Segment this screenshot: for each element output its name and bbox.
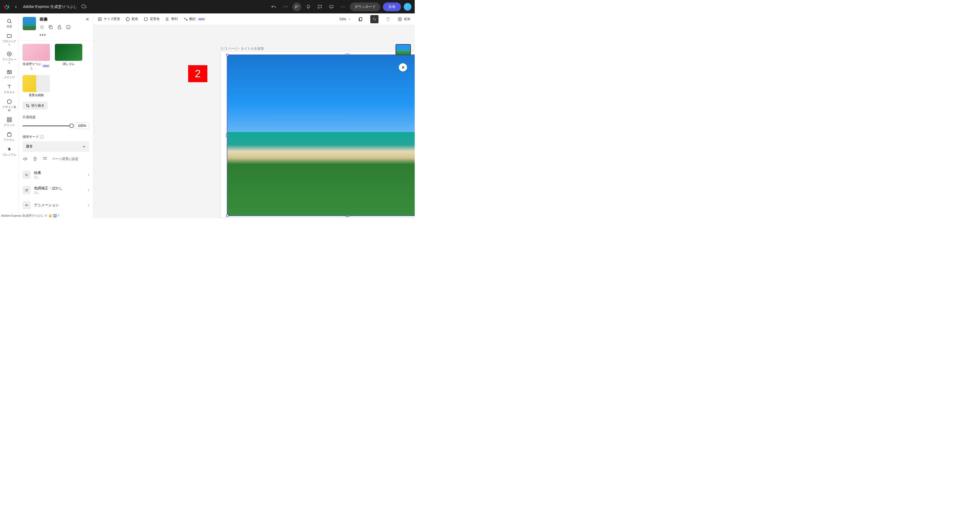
svg-point-20 bbox=[26, 204, 27, 206]
flip-vertical-icon[interactable] bbox=[32, 156, 38, 162]
resize-button[interactable]: サイズ変更 bbox=[98, 17, 120, 21]
share-button[interactable]: 共有 bbox=[383, 2, 401, 11]
svg-rect-25 bbox=[145, 17, 148, 21]
effects-icon: fx bbox=[22, 171, 31, 179]
rail-media[interactable]: メディア bbox=[0, 67, 18, 81]
svg-rect-11 bbox=[7, 133, 11, 136]
pages-icon[interactable] bbox=[356, 15, 365, 23]
svg-point-0 bbox=[295, 5, 297, 7]
back-button[interactable] bbox=[13, 3, 19, 10]
sliders-icon bbox=[22, 186, 31, 194]
page-thumbnail[interactable] bbox=[396, 44, 411, 55]
svg-rect-13 bbox=[58, 27, 61, 29]
lightbulb-icon[interactable] bbox=[304, 2, 313, 11]
rail-grid[interactable]: グリッド bbox=[0, 115, 18, 129]
crop-button[interactable]: 切り抜き bbox=[22, 101, 48, 109]
add-button[interactable]: 追加 bbox=[398, 17, 410, 21]
opacity-label: 不透明度 bbox=[22, 115, 89, 120]
present-icon[interactable] bbox=[327, 2, 336, 11]
translate-button[interactable]: 翻訳NEW bbox=[183, 17, 205, 21]
delete-icon[interactable] bbox=[384, 15, 392, 23]
align-button[interactable]: 整列 bbox=[165, 17, 178, 21]
tool-remove-background[interactable]: 背景を削除 bbox=[22, 75, 50, 97]
animation-icon bbox=[22, 201, 31, 209]
cloud-icon bbox=[81, 4, 86, 10]
invite-icon[interactable] bbox=[293, 2, 301, 11]
flip-horizontal-icon[interactable] bbox=[22, 156, 28, 162]
svg-rect-7 bbox=[7, 118, 9, 119]
svg-rect-8 bbox=[10, 118, 11, 119]
svg-point-6 bbox=[8, 71, 9, 72]
ai-icon[interactable] bbox=[370, 15, 379, 23]
page-info[interactable]: 1 / 1 ページ - タイトルを追加 bbox=[221, 46, 264, 51]
svg-rect-12 bbox=[50, 26, 52, 29]
tool-generative-fill[interactable]: 生成塗りつぶしNEW bbox=[22, 44, 50, 70]
canvas-page[interactable] bbox=[221, 52, 415, 217]
info-icon[interactable] bbox=[66, 25, 71, 30]
opacity-slider[interactable] bbox=[22, 125, 72, 126]
animation-row[interactable]: アニメーション › bbox=[22, 198, 89, 212]
zoom-level[interactable]: 53% bbox=[340, 17, 351, 21]
svg-point-18 bbox=[27, 189, 28, 190]
status-bar-url: Adobe Express 生成塗りつぶし ☆ 👍 🔤 bbox=[0, 213, 58, 218]
tool-eraser[interactable]: 消しゴム bbox=[55, 44, 82, 70]
rail-text[interactable]: テキスト bbox=[0, 82, 18, 96]
selected-image[interactable] bbox=[227, 54, 415, 216]
annotation-marker: 2 bbox=[188, 65, 207, 82]
chevron-right-icon: › bbox=[88, 203, 89, 208]
svg-point-3 bbox=[7, 52, 11, 56]
selected-image-thumb bbox=[22, 17, 36, 30]
svg-rect-9 bbox=[7, 120, 9, 122]
resize-handle-bl[interactable] bbox=[226, 214, 229, 217]
opacity-value[interactable]: 100% bbox=[75, 122, 89, 129]
resize-edge-left[interactable] bbox=[226, 133, 228, 137]
rail-addon[interactable]: アドオン bbox=[0, 130, 18, 144]
sparkle-icon[interactable] bbox=[40, 25, 45, 30]
set-page-background[interactable]: ページ背景に設定 bbox=[52, 157, 78, 162]
svg-point-15 bbox=[43, 157, 44, 158]
chevron-right-icon: › bbox=[88, 172, 89, 177]
resize-handle-tl[interactable] bbox=[226, 54, 229, 56]
svg-rect-10 bbox=[10, 120, 11, 122]
download-button[interactable]: ダウンロード bbox=[350, 2, 380, 11]
recolor-button[interactable]: 配色 bbox=[126, 17, 138, 21]
svg-point-4 bbox=[8, 54, 10, 55]
svg-point-2 bbox=[7, 19, 11, 22]
svg-point-16 bbox=[45, 157, 46, 158]
resize-edge-top[interactable] bbox=[345, 54, 350, 55]
more-options-icon[interactable]: ••• bbox=[40, 32, 46, 38]
rail-design[interactable]: デザイン素材 bbox=[0, 97, 18, 114]
more-icon[interactable]: ⋯ bbox=[339, 2, 347, 11]
adjustments-row[interactable]: 色調補正・ぼかしなし › bbox=[22, 182, 89, 198]
blend-mode-label: 描画モードi bbox=[22, 135, 89, 139]
undo-button[interactable] bbox=[269, 2, 278, 11]
rail-projects[interactable]: プロジェクト bbox=[0, 31, 18, 49]
rail-search[interactable]: 検索 bbox=[0, 16, 18, 30]
svg-point-19 bbox=[26, 190, 27, 191]
pattern-icon[interactable] bbox=[42, 156, 48, 162]
panel-title: 画像 bbox=[40, 17, 48, 22]
adobe-logo bbox=[3, 3, 10, 10]
collapse-thumbnails-button[interactable]: ✕ bbox=[399, 63, 407, 71]
rail-templates[interactable]: テンプレート bbox=[0, 49, 18, 67]
chevron-right-icon: › bbox=[88, 188, 89, 193]
effects-row[interactable]: fx 効果なし › bbox=[22, 167, 89, 182]
bgcolor-button[interactable]: 背景色 bbox=[144, 17, 160, 21]
comment-icon[interactable] bbox=[315, 2, 324, 11]
duplicate-icon[interactable] bbox=[48, 25, 53, 30]
rail-premium[interactable]: プレミアム bbox=[0, 144, 18, 158]
lock-icon[interactable] bbox=[57, 25, 62, 30]
svg-rect-1 bbox=[330, 5, 333, 7]
document-title[interactable]: Adobe Express 生成塗りつぶし bbox=[23, 5, 77, 10]
svg-point-17 bbox=[46, 157, 47, 158]
user-avatar[interactable] bbox=[404, 3, 411, 11]
blend-mode-select[interactable]: 通常 bbox=[22, 141, 89, 152]
resize-edge-bottom[interactable] bbox=[345, 216, 350, 217]
svg-point-21 bbox=[25, 205, 26, 206]
svg-rect-26 bbox=[360, 17, 362, 21]
svg-point-22 bbox=[27, 205, 28, 206]
info-small-icon[interactable]: i bbox=[40, 135, 44, 139]
redo-button[interactable] bbox=[281, 2, 290, 11]
close-panel-button[interactable]: ✕ bbox=[86, 17, 89, 22]
